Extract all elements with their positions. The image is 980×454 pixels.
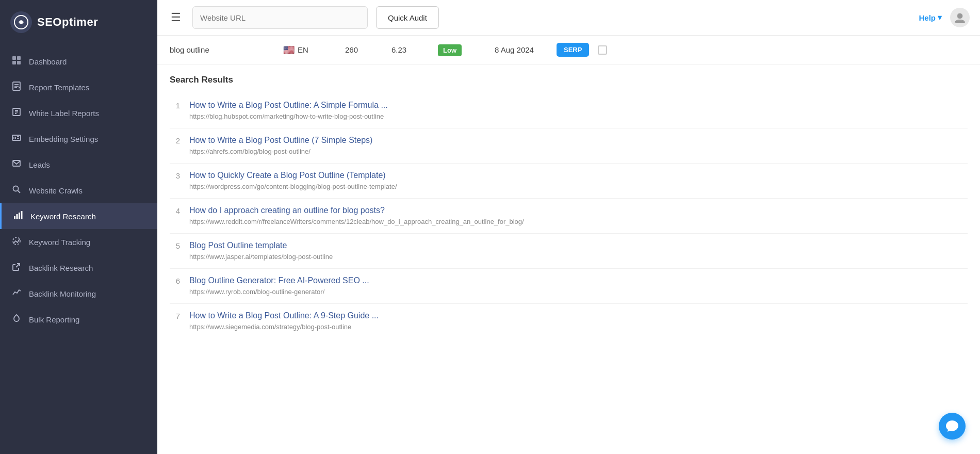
embedding-icon [11, 133, 22, 144]
sidebar-item-embedding-settings[interactable]: Embedding Settings [0, 126, 157, 152]
white-label-icon [11, 107, 22, 119]
leads-icon [11, 159, 22, 170]
keyword-difficulty: 6.23 [391, 45, 438, 54]
sidebar-nav: Dashboard Report Templates [0, 44, 157, 454]
serp-button[interactable]: SERP [557, 43, 589, 57]
sidebar-item-bulk-reporting[interactable]: Bulk Reporting [0, 306, 157, 332]
result-number: 5 [170, 241, 180, 250]
result-content: Blog Outline Generator: Free AI-Powered … [189, 276, 968, 296]
svg-rect-2 [12, 56, 16, 60]
result-title-link[interactable]: Blog Post Outline template [189, 241, 968, 250]
quick-audit-button[interactable]: Quick Audit [376, 6, 439, 29]
result-content: How to Write a Blog Post Outline (7 Simp… [189, 136, 968, 156]
content-area: blog outline 🇺🇸 EN 260 6.23 Low 8 Aug 20… [157, 36, 980, 454]
result-content: How do I approach creating an outline fo… [189, 206, 968, 226]
menu-toggle[interactable]: ☰ [168, 9, 184, 26]
main-content: ☰ Quick Audit Help ▾ blog outline [157, 0, 980, 454]
result-title-link[interactable]: How to Write a Blog Post Outline (7 Simp… [189, 136, 968, 145]
result-url: https://www.ryrob.com/blog-outline-gener… [189, 288, 324, 296]
logo-icon [10, 11, 32, 33]
sidebar-item-label-bulk-reporting: Bulk Reporting [29, 315, 79, 324]
result-content: How to Quickly Create a Blog Post Outlin… [189, 171, 968, 191]
backlink-research-icon [11, 262, 22, 273]
help-label: Help [919, 13, 936, 22]
sidebar-item-label-backlink-monitoring: Backlink Monitoring [29, 289, 96, 298]
keyword-competition: Low [438, 45, 495, 55]
language-code: EN [298, 45, 308, 54]
result-title-link[interactable]: Blog Outline Generator: Free AI-Powered … [189, 276, 968, 285]
result-url: https://wordpress.com/go/content-bloggin… [189, 183, 397, 190]
result-title-link[interactable]: How to Write a Blog Post Outline: A 9-St… [189, 311, 968, 320]
list-item: 4 How do I approach creating an outline … [170, 199, 968, 234]
header-right: Help ▾ [919, 8, 970, 27]
list-item: 6 Blog Outline Generator: Free AI-Powere… [170, 269, 968, 304]
sidebar: SEOptimer Dashboard [0, 0, 157, 454]
result-url: https://ahrefs.com/blog/blog-post-outlin… [189, 148, 311, 155]
url-input[interactable] [192, 6, 368, 29]
list-item: 5 Blog Post Outline template https://www… [170, 234, 968, 269]
svg-rect-22 [14, 216, 15, 219]
sidebar-item-label-kw-research: Keyword Research [30, 212, 96, 221]
serp-cell: SERP [557, 43, 598, 57]
sidebar-item-label-leads: Leads [29, 160, 50, 169]
result-content: Blog Post Outline template https://www.j… [189, 241, 968, 261]
row-checkbox-cell [598, 45, 613, 55]
chat-button[interactable] [939, 413, 966, 440]
result-number: 6 [170, 276, 180, 285]
svg-rect-4 [12, 61, 16, 64]
sidebar-item-label-dashboard: Dashboard [29, 57, 67, 66]
bulk-reporting-icon [11, 314, 22, 325]
report-templates-icon [11, 82, 22, 93]
flag-icon: 🇺🇸 [283, 44, 295, 56]
user-avatar[interactable] [950, 8, 970, 27]
sidebar-item-label-backlink-research: Backlink Research [29, 264, 93, 272]
help-button[interactable]: Help ▾ [919, 13, 942, 22]
keyword-volume: 260 [345, 45, 391, 54]
keyword-tracking-icon [11, 236, 22, 248]
result-url: https://www.jasper.ai/templates/blog-pos… [189, 253, 333, 261]
sidebar-item-website-crawls[interactable]: Website Crawls [0, 177, 157, 203]
svg-rect-23 [17, 214, 18, 219]
search-results-section: Search Results 1 How to Write a Blog Pos… [157, 64, 980, 349]
sidebar-item-keyword-research[interactable]: Keyword Research [0, 203, 157, 229]
result-url: https://www.reddit.com/r/freelanceWriter… [189, 218, 524, 225]
result-url: https://www.siegemedia.com/strategy/blog… [189, 323, 351, 331]
sidebar-item-label-white-label: White Label Reports [29, 109, 99, 118]
result-number: 4 [170, 206, 180, 215]
keyword-date: 8 Aug 2024 [495, 45, 557, 54]
result-number: 1 [170, 101, 180, 110]
result-title-link[interactable]: How to Write a Blog Post Outline: A Simp… [189, 101, 968, 110]
sidebar-item-label-embedding: Embedding Settings [29, 135, 98, 143]
list-item: 2 How to Write a Blog Post Outline (7 Si… [170, 128, 968, 164]
sidebar-item-backlink-research[interactable]: Backlink Research [0, 255, 157, 281]
search-results-title: Search Results [170, 75, 968, 85]
result-title-link[interactable]: How to Quickly Create a Blog Post Outlin… [189, 171, 968, 180]
list-item: 3 How to Quickly Create a Blog Post Outl… [170, 164, 968, 199]
svg-point-28 [957, 13, 962, 19]
sidebar-item-label-report-templates: Report Templates [29, 83, 89, 92]
row-checkbox[interactable] [598, 45, 607, 55]
result-content: How to Write a Blog Post Outline: A Simp… [189, 101, 968, 121]
svg-rect-24 [19, 213, 20, 219]
sidebar-item-leads[interactable]: Leads [0, 152, 157, 177]
sidebar-item-backlink-monitoring[interactable]: Backlink Monitoring [0, 281, 157, 306]
competition-badge: Low [438, 44, 462, 56]
crawls-icon [11, 185, 22, 196]
dashboard-icon [11, 56, 22, 67]
result-number: 3 [170, 171, 180, 180]
svg-rect-25 [21, 211, 23, 219]
sidebar-item-label-kw-tracking: Keyword Tracking [29, 238, 90, 247]
list-item: 1 How to Write a Blog Post Outline: A Si… [170, 93, 968, 128]
sidebar-item-white-label-reports[interactable]: White Label Reports [0, 100, 157, 126]
result-title-link[interactable]: How do I approach creating an outline fo… [189, 206, 968, 215]
svg-line-21 [18, 191, 21, 193]
results-list: 1 How to Write a Blog Post Outline: A Si… [170, 93, 968, 338]
result-url: https://blog.hubspot.com/marketing/how-t… [189, 112, 384, 120]
keyword-result-row: blog outline 🇺🇸 EN 260 6.23 Low 8 Aug 20… [157, 36, 980, 64]
sidebar-item-keyword-tracking[interactable]: Keyword Tracking [0, 229, 157, 255]
result-number: 2 [170, 136, 180, 145]
sidebar-item-report-templates[interactable]: Report Templates [0, 74, 157, 100]
sidebar-item-dashboard[interactable]: Dashboard [0, 48, 157, 74]
keyword-research-icon [13, 210, 23, 222]
keyword-value: blog outline [170, 45, 283, 54]
